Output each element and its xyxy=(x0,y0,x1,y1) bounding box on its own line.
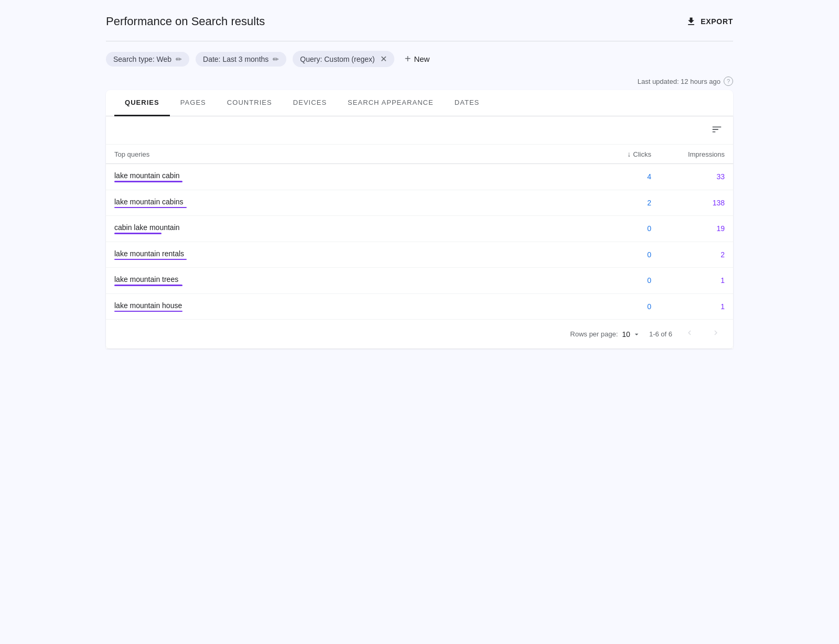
clicks-cell: 0 xyxy=(588,224,651,233)
sort-arrow-icon: ↓ xyxy=(627,150,631,158)
filters-row: Search type: Web ✏ Date: Last 3 months ✏… xyxy=(106,50,733,68)
page-title: Performance on Search results xyxy=(106,15,265,28)
table-row: lake mountain rentals 0 2 xyxy=(106,242,733,268)
column-filter-button[interactable] xyxy=(709,122,725,139)
page-info: 1-6 of 6 xyxy=(649,330,672,338)
table-body: lake mountain cabin 4 33 lake mountain c… xyxy=(106,164,733,319)
tab-dates[interactable]: DATES xyxy=(444,90,490,116)
query-cell[interactable]: cabin lake mountain xyxy=(114,223,588,234)
query-underline xyxy=(114,181,182,182)
query-underline xyxy=(114,233,162,234)
close-icon: ✕ xyxy=(380,54,387,64)
table-row: lake mountain house 0 1 xyxy=(106,294,733,320)
impressions-cell: 1 xyxy=(651,276,725,285)
rows-per-page-select[interactable]: 10 xyxy=(622,330,641,339)
help-icon[interactable]: ? xyxy=(724,77,733,86)
tab-queries[interactable]: QUERIES xyxy=(114,90,170,116)
edit-icon: ✏ xyxy=(273,55,279,63)
clicks-cell: 4 xyxy=(588,172,651,181)
table-header: Top queries ↓ Clicks Impressions xyxy=(106,145,733,164)
col-impressions-header[interactable]: Impressions xyxy=(651,150,725,158)
tabs-container: QUERIES PAGES COUNTRIES DEVICES SEARCH A… xyxy=(106,90,733,348)
table-row: cabin lake mountain 0 19 xyxy=(106,216,733,242)
tab-countries[interactable]: COUNTRIES xyxy=(217,90,283,116)
col-clicks-header[interactable]: ↓ Clicks xyxy=(588,150,651,158)
filter-icon-row xyxy=(106,116,733,145)
impressions-cell: 19 xyxy=(651,224,725,233)
table-row: lake mountain cabins 2 138 xyxy=(106,190,733,216)
edit-icon: ✏ xyxy=(176,55,182,63)
tab-devices[interactable]: DEVICES xyxy=(283,90,337,116)
header-row: Performance on Search results EXPORT xyxy=(106,15,733,28)
query-underline xyxy=(114,285,182,286)
filter-chip-date[interactable]: Date: Last 3 months ✏ xyxy=(196,52,286,67)
query-underline xyxy=(114,207,187,209)
query-text: lake mountain house xyxy=(114,301,182,312)
chevron-right-icon xyxy=(711,328,720,337)
query-text: lake mountain trees xyxy=(114,275,182,286)
impressions-cell: 2 xyxy=(651,250,725,259)
filter-chip-search-type[interactable]: Search type: Web ✏ xyxy=(106,52,189,67)
table-row: lake mountain trees 0 1 xyxy=(106,268,733,294)
query-cell[interactable]: lake mountain trees xyxy=(114,275,588,286)
query-cell[interactable]: lake mountain rentals xyxy=(114,249,588,260)
filter-chip-query[interactable]: Query: Custom (regex) ✕ xyxy=(293,51,394,67)
clicks-cell: 2 xyxy=(588,199,651,207)
query-cell[interactable]: lake mountain house xyxy=(114,301,588,312)
plus-icon: + xyxy=(405,53,411,65)
rows-per-page-control: Rows per page: 10 xyxy=(570,330,641,339)
query-cell[interactable]: lake mountain cabin xyxy=(114,171,588,182)
query-text: lake mountain rentals xyxy=(114,249,187,260)
clicks-cell: 0 xyxy=(588,276,651,285)
tab-search-appearance[interactable]: SEARCH APPEARANCE xyxy=(337,90,444,116)
query-text: lake mountain cabins xyxy=(114,198,187,209)
page-container: Performance on Search results EXPORT Sea… xyxy=(89,0,750,369)
new-filter-button[interactable]: + New xyxy=(401,50,434,68)
tab-pages[interactable]: PAGES xyxy=(170,90,217,116)
query-text: cabin lake mountain xyxy=(114,223,180,234)
clicks-cell: 0 xyxy=(588,250,651,259)
table-container: Top queries ↓ Clicks Impressions lake mo… xyxy=(106,116,733,348)
col-query-header: Top queries xyxy=(114,150,588,158)
next-page-button[interactable] xyxy=(707,326,725,342)
chevron-left-icon xyxy=(685,328,694,337)
dropdown-arrow-icon xyxy=(632,330,641,339)
table-row: lake mountain cabin 4 33 xyxy=(106,164,733,190)
export-button[interactable]: EXPORT xyxy=(686,16,733,27)
query-cell[interactable]: lake mountain cabins xyxy=(114,198,588,209)
last-updated-row: Last updated: 12 hours ago ? xyxy=(106,77,733,86)
tabs-row: QUERIES PAGES COUNTRIES DEVICES SEARCH A… xyxy=(106,90,733,116)
impressions-cell: 33 xyxy=(651,172,725,181)
header-divider xyxy=(106,41,733,41)
prev-page-button[interactable] xyxy=(681,326,698,342)
query-text: lake mountain cabin xyxy=(114,171,182,182)
clicks-cell: 0 xyxy=(588,302,651,311)
pagination-row: Rows per page: 10 1-6 of 6 xyxy=(106,319,733,348)
impressions-cell: 1 xyxy=(651,302,725,311)
query-underline xyxy=(114,311,182,312)
impressions-cell: 138 xyxy=(651,199,725,207)
query-underline xyxy=(114,259,187,260)
filter-columns-icon xyxy=(711,124,723,135)
export-icon xyxy=(686,16,696,27)
